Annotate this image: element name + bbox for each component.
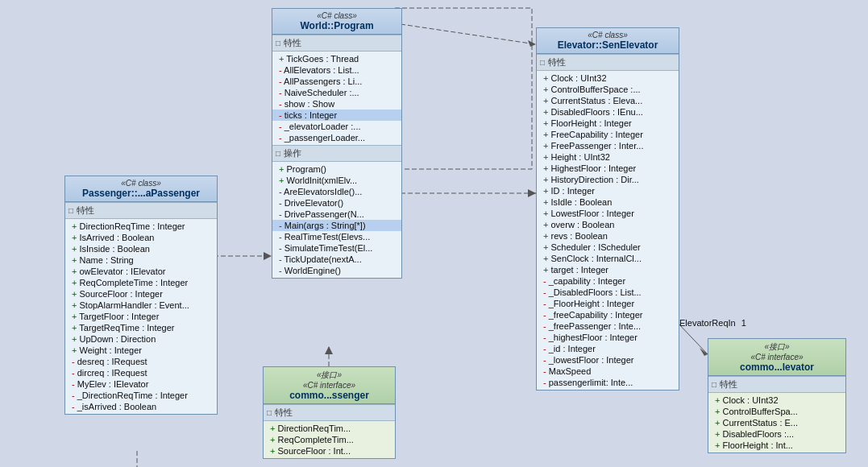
attr-wp-8: - _passengerLoader...	[272, 132, 401, 143]
section-header-tokusei-3[interactable]: □ 特性	[65, 202, 217, 219]
svg-rect-11	[395, 8, 532, 169]
attr-se-28: - passengerlimit: Inte...	[537, 377, 679, 388]
attr-se-2: + ControlBufferSpace :...	[537, 84, 679, 95]
elevator-req-in-label: ElevatorReqIn 1	[679, 318, 746, 328]
op-wp-7: - RealTimeTest(Elevs...	[272, 231, 401, 242]
attr-se-6: + FreeCapability : Integer	[537, 129, 679, 140]
attr-se-18: + target : Integer	[537, 264, 679, 275]
collapse-icon-5[interactable]: □	[712, 380, 716, 389]
svg-marker-5	[264, 252, 272, 260]
attr-wp-4: - NaiveScheduler :...	[272, 87, 401, 98]
op-wp-10: - WorldEngine()	[272, 265, 401, 276]
attr-se-14: + overw : Boolean	[537, 219, 679, 230]
attr-ap-9: + TargetFloor : Integer	[65, 311, 217, 322]
attributes-commo-levator: + Clock : UInt32 + ControlBufferSpa... +…	[708, 393, 845, 453]
collapse-icon-3[interactable]: □	[69, 206, 73, 215]
attr-ap-2: + IsArrived : Boolean	[65, 232, 217, 243]
attr-se-5: + FloorHeight : Integer	[537, 118, 679, 129]
attr-se-23: - _freePassenger : Inte...	[537, 320, 679, 332]
attr-ap-7: + SourceFloor : Integer	[65, 288, 217, 300]
attr-se-9: + HighestFloor : Integer	[537, 163, 679, 174]
attr-ap-17: - _isArrived : Boolean	[65, 401, 217, 412]
attr-ap-11: + UpDown : Direction	[65, 333, 217, 345]
stereotype-commo-ssenger: «接口»	[268, 370, 390, 381]
attr-cs-2: + ReqCompleteTim...	[264, 434, 395, 445]
class-header-commo-ssenger: «接口» «C# interface» commo...ssenger	[264, 367, 395, 404]
attr-ap-13: - desreq : IRequest	[65, 356, 217, 367]
attr-se-13: + LowestFloor : Integer	[537, 208, 679, 219]
collapse-icon-4[interactable]: □	[267, 408, 272, 417]
class-header-world-program: «C# class» World::Program	[272, 9, 401, 35]
collapse-icon-sosa-1[interactable]: □	[276, 149, 280, 158]
op-wp-6: - Main(args : String[*])	[272, 220, 401, 231]
attr-se-24: - _highestFloor : Integer	[537, 332, 679, 343]
attr-se-4: + DisabledFloors : IEnu...	[537, 106, 679, 118]
svg-marker-8	[325, 346, 333, 354]
operations-world-program: + Program() + WorldInit(xmlElv... - AreE…	[272, 162, 401, 278]
attr-se-11: + ID : Integer	[537, 185, 679, 196]
attr-wp-2: - AllElevators : List...	[272, 64, 401, 76]
attr-se-21: - _FloorHeight : Integer	[537, 298, 679, 309]
attributes-world-program: + TickGoes : Thread - AllElevators : Lis…	[272, 52, 401, 145]
attr-se-7: + FreePassenger : Inter...	[537, 140, 679, 151]
classname-a-passenger: Passenger::...aPassenger	[70, 188, 212, 199]
op-wp-5: - DrivePassenger(N...	[272, 209, 401, 220]
op-wp-1: + Program()	[272, 163, 401, 175]
classname-commo-ssenger: commo...ssenger	[268, 390, 390, 401]
attr-ap-4: + Name : String	[65, 254, 217, 266]
op-wp-4: - DriveElevator()	[272, 197, 401, 209]
svg-marker-1	[528, 40, 536, 47]
op-wp-3: - AreElevatorsIdle()...	[272, 186, 401, 197]
stereotype2-commo-ssenger: «C# interface»	[268, 381, 390, 390]
class-header-a-passenger: «C# class» Passenger::...aPassenger	[65, 176, 217, 202]
attr-cl-5: + FloorHeight : Int...	[708, 440, 845, 451]
attr-ap-16: - _DirectionReqTime : Integer	[65, 390, 217, 401]
attr-ap-12: + Weight : Integer	[65, 345, 217, 356]
section-header-sosa-1[interactable]: □ 操作	[272, 145, 401, 162]
classname-commo-levator: commo...levator	[713, 362, 841, 373]
attr-wp-6: - ticks : Integer	[272, 110, 401, 121]
section-header-tokusei-5[interactable]: □ 特性	[708, 376, 845, 393]
attr-se-25: - _id : Integer	[537, 343, 679, 354]
attr-wp-1: + TickGoes : Thread	[272, 53, 401, 64]
attr-se-10: + HistoryDirection : Dir...	[537, 174, 679, 185]
stereotype2-commo-levator: «C# interface»	[713, 353, 841, 362]
attr-se-8: + Height : UInt32	[537, 151, 679, 163]
op-wp-2: + WorldInit(xmlElv...	[272, 175, 401, 186]
svg-line-0	[401, 24, 536, 44]
attr-ap-6: + ReqCompleteTime : Integer	[65, 277, 217, 288]
attr-se-26: - _lowestFloor : Integer	[537, 354, 679, 366]
collapse-icon-1[interactable]: □	[276, 39, 280, 48]
attr-se-17: + SenClock : InternalCl...	[537, 253, 679, 264]
attr-se-12: + IsIdle : Boolean	[537, 196, 679, 208]
attr-se-22: - _freeCapability : Integer	[537, 309, 679, 320]
collapse-icon-2[interactable]: □	[540, 58, 545, 67]
uml-canvas: «C# class» World::Program □ 特性 + TickGoe…	[0, 0, 868, 467]
section-header-tokusei-2[interactable]: □ 特性	[537, 54, 679, 71]
section-header-tokusei-4[interactable]: □ 特性	[264, 404, 395, 421]
attr-se-3: + CurrentStatus : Eleva...	[537, 95, 679, 106]
section-header-tokusei-1[interactable]: □ 特性	[272, 35, 401, 52]
attr-wp-7: - _elevatorLoader :...	[272, 121, 401, 132]
attr-ap-3: + IsInside : Boolean	[65, 243, 217, 254]
attr-se-16: + Scheduler : IScheduler	[537, 242, 679, 253]
section-label-tokusei-2: 特性	[548, 56, 566, 68]
section-label-sosa-1: 操作	[284, 147, 301, 159]
attr-ap-1: + DirectionReqTime : Integer	[65, 221, 217, 232]
attr-se-20: - _DisabledFloors : List...	[537, 287, 679, 298]
op-wp-9: - TickUpdate(nextA...	[272, 254, 401, 265]
attr-wp-3: - AllPassengers : Li...	[272, 76, 401, 87]
class-sen-elevator: «C# class» Elevator::SenElevator □ 特性 + …	[536, 27, 679, 391]
op-wp-8: - SimulateTimeTest(El...	[272, 242, 401, 254]
classname-world-program: World::Program	[277, 20, 397, 31]
attributes-sen-elevator: + Clock : UInt32 + ControlBufferSpace :.…	[537, 71, 679, 390]
attr-cl-1: + Clock : UInt32	[708, 395, 845, 406]
attr-wp-5: - show : Show	[272, 98, 401, 110]
svg-marker-3	[528, 189, 536, 197]
stereotype-commo-levator: «接口»	[713, 341, 841, 353]
attr-cs-3: + SourceFloor : Int...	[264, 445, 395, 457]
section-label-tokusei-1: 特性	[284, 37, 301, 49]
attr-ap-8: + StopAlarmHandler : Event...	[65, 300, 217, 311]
attr-cl-3: + CurrentStatus : E...	[708, 417, 845, 428]
class-commo-ssenger: «接口» «C# interface» commo...ssenger □ 特性…	[263, 366, 396, 459]
